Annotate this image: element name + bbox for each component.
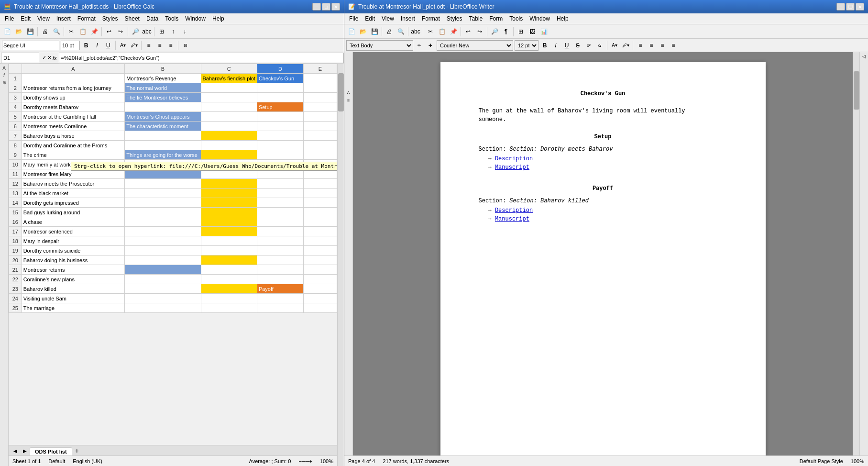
cell-e7[interactable]: [304, 131, 337, 141]
cell-b1[interactable]: Montresor's Revenge: [125, 74, 201, 83]
writer-minimize-button[interactable]: −: [836, 3, 845, 11]
cell-c1[interactable]: Baharov's fiendish plot: [201, 74, 257, 83]
cell-d25[interactable]: [257, 303, 303, 313]
cell-e18[interactable]: [304, 236, 337, 246]
writer-content-area[interactable]: Checkov's Gun The gun at the wall of Bah…: [353, 52, 853, 455]
align-right-btn[interactable]: ≡: [166, 41, 176, 50]
cell-d4[interactable]: Setup: [257, 102, 303, 112]
menu-format[interactable]: Format: [75, 14, 99, 23]
spell-btn[interactable]: abc: [142, 26, 152, 37]
cell-c18[interactable]: [201, 236, 257, 246]
cut-btn[interactable]: ✂: [66, 26, 77, 37]
cell-b21[interactable]: [125, 265, 201, 275]
cell-c7[interactable]: [201, 131, 257, 141]
writer-subscript-btn[interactable]: x₂: [595, 41, 604, 50]
menu-styles[interactable]: Styles: [99, 14, 121, 23]
cell-a6[interactable]: Montresor meets Coralinne: [22, 122, 125, 131]
cell-a14[interactable]: Dorothy gets impressed: [22, 198, 125, 208]
writer-style-btn[interactable]: ✏: [415, 41, 424, 50]
sheet-scroll[interactable]: Strg-click to open hyperlink: file:///C:…: [9, 64, 337, 445]
cell-b6[interactable]: The characteristic moment: [125, 122, 201, 131]
cell-b24[interactable]: [125, 294, 201, 303]
formula-input[interactable]: [59, 53, 344, 63]
writer-align-right-btn[interactable]: ≡: [658, 41, 667, 50]
writer-close-button[interactable]: ✕: [856, 3, 864, 11]
cell-e12[interactable]: [304, 179, 337, 189]
writer-scrollbar-v[interactable]: [853, 52, 859, 455]
cell-e6[interactable]: [304, 122, 337, 131]
sidebar-icon-3[interactable]: ⊕: [2, 80, 6, 85]
cell-c13[interactable]: [201, 189, 257, 198]
cell-e5[interactable]: [304, 112, 337, 122]
cell-a20[interactable]: Baharov doing his business: [22, 255, 125, 265]
cell-c8[interactable]: [201, 141, 257, 150]
cell-d23[interactable]: Payoff: [257, 284, 303, 294]
writer-menu-tools[interactable]: Tools: [506, 14, 526, 23]
cell-b8[interactable]: [125, 141, 201, 150]
undo-btn[interactable]: ↩: [104, 26, 114, 37]
menu-file[interactable]: File: [2, 14, 17, 23]
cell-d14[interactable]: [257, 198, 303, 208]
writer-cut-btn[interactable]: ✂: [425, 26, 436, 37]
cell-a13[interactable]: At the black market: [22, 189, 125, 198]
cell-a23[interactable]: Baharov killed: [22, 284, 125, 294]
cell-a3[interactable]: Dorothy shows up: [22, 93, 125, 102]
cell-c17[interactable]: [201, 227, 257, 236]
writer-menu-styles[interactable]: Styles: [444, 14, 465, 23]
cell-e2[interactable]: [304, 83, 337, 93]
cell-c15[interactable]: [201, 208, 257, 217]
cell-c23[interactable]: [201, 284, 257, 294]
writer-menu-form[interactable]: Form: [486, 14, 505, 23]
calc-scrollbar-thumb[interactable]: [338, 73, 344, 111]
menu-help[interactable]: Help: [209, 14, 227, 23]
cell-c2[interactable]: [201, 83, 257, 93]
sidebar-icon-1[interactable]: A: [2, 66, 6, 71]
align-center-btn[interactable]: ≡: [155, 41, 165, 50]
cell-a18[interactable]: Mary in despair: [22, 236, 125, 246]
col-header-d[interactable]: D: [257, 64, 303, 74]
cell-b17[interactable]: [125, 227, 201, 236]
redo-btn[interactable]: ↪: [115, 26, 126, 37]
fx-check-icon[interactable]: ✓: [42, 55, 46, 61]
cell-b7[interactable]: [125, 131, 201, 141]
writer-new-btn[interactable]: 📄: [346, 26, 357, 37]
writer-image-btn[interactable]: 🖼: [527, 26, 538, 37]
copy-btn[interactable]: 📋: [77, 26, 88, 37]
cell-c12[interactable]: [201, 179, 257, 189]
writer-menu-help[interactable]: Help: [554, 14, 571, 23]
writer-strikethrough-btn[interactable]: S: [573, 41, 582, 50]
cell-b19[interactable]: [125, 246, 201, 255]
cell-d12[interactable]: [257, 179, 303, 189]
cell-d7[interactable]: [257, 131, 303, 141]
find-btn[interactable]: 🔎: [130, 26, 141, 37]
cell-d2[interactable]: [257, 83, 303, 93]
font-color-btn[interactable]: A▾: [118, 41, 128, 50]
right-sidebar-icon-1[interactable]: ◁: [862, 54, 866, 59]
cell-d21[interactable]: [257, 265, 303, 275]
cell-c3[interactable]: [201, 93, 257, 102]
menu-window[interactable]: Window: [182, 14, 209, 23]
cell-b14[interactable]: [125, 198, 201, 208]
writer-align-center-btn[interactable]: ≡: [647, 41, 656, 50]
cell-e25[interactable]: [304, 303, 337, 313]
sheet-tab-odsplotlist[interactable]: ODS Plot list: [30, 447, 72, 455]
menu-data[interactable]: Data: [143, 14, 161, 23]
cell-e22[interactable]: [304, 275, 337, 284]
cell-a9[interactable]: The crime: [22, 150, 125, 160]
menu-insert[interactable]: Insert: [54, 14, 74, 23]
sidebar-properties-icon[interactable]: A: [347, 90, 350, 95]
col-header-b[interactable]: B: [125, 64, 201, 74]
cell-c24[interactable]: [201, 294, 257, 303]
writer-bold-btn[interactable]: B: [540, 41, 549, 50]
cell-e19[interactable]: [304, 246, 337, 255]
cell-b3[interactable]: The lie Montresor believes: [125, 93, 201, 102]
setup-description-link[interactable]: → Description: [488, 155, 727, 162]
cell-b2[interactable]: The normal world: [125, 83, 201, 93]
menu-edit[interactable]: Edit: [18, 14, 33, 23]
bold-btn[interactable]: B: [81, 41, 91, 50]
align-left-btn[interactable]: ≡: [144, 41, 154, 50]
writer-scrollbar-thumb[interactable]: [854, 71, 859, 110]
writer-fontcolor-btn[interactable]: A▾: [610, 41, 619, 50]
cell-e8[interactable]: [304, 141, 337, 150]
writer-redo-btn[interactable]: ↪: [474, 26, 485, 37]
